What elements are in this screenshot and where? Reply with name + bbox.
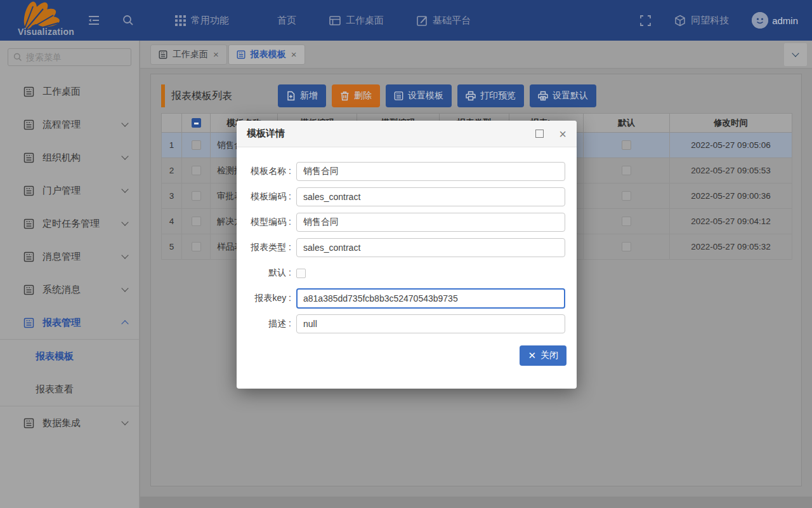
- document-icon: [23, 218, 34, 229]
- tab-overflow-button[interactable]: [784, 43, 807, 66]
- sidebar-item-system-messages[interactable]: 系统消息: [0, 273, 139, 306]
- field-label: 报表类型 :: [237, 242, 291, 253]
- default-checkbox[interactable]: [622, 242, 631, 251]
- close-icon[interactable]: ×: [559, 128, 566, 140]
- collapse-menu-icon[interactable]: [81, 0, 107, 41]
- row-checkbox[interactable]: [192, 217, 201, 226]
- chevron-down-icon: [121, 152, 128, 159]
- modal-title: 模板详情: [247, 128, 535, 140]
- sidebar-item-label: 门户管理: [43, 185, 122, 197]
- tab-report-template[interactable]: 报表模板 ×: [228, 44, 305, 65]
- printer-settings-icon: [538, 91, 548, 101]
- row-number: 1: [162, 133, 182, 158]
- default-checkbox[interactable]: [622, 217, 631, 226]
- toolbar: 报表模板列表 新增 删除 设置模板: [161, 84, 791, 107]
- model-code-field[interactable]: [296, 213, 565, 232]
- logo-text: Visualization: [18, 27, 74, 37]
- document-icon: [237, 50, 246, 59]
- sidebar-item-process-mgmt[interactable]: 流程管理: [0, 108, 139, 141]
- close-x-icon: ✕: [528, 350, 536, 361]
- default-checkbox[interactable]: [622, 140, 631, 150]
- delete-button[interactable]: 删除: [332, 84, 380, 107]
- maximize-icon[interactable]: [535, 130, 544, 138]
- modal-header: 模板详情 ×: [237, 121, 577, 147]
- sidebar-item-data-integration[interactable]: 数据集成: [0, 406, 139, 439]
- sidebar-search[interactable]: [8, 48, 131, 66]
- field-label: 模板编码 :: [237, 191, 291, 203]
- search-icon[interactable]: [115, 0, 141, 41]
- edit-square-icon: [417, 15, 428, 26]
- document-icon: [23, 284, 34, 295]
- sidebar: 工作桌面 流程管理 组织机构 门户管理 定时任务管理 消息管理: [0, 41, 140, 508]
- chevron-down-icon: [121, 418, 128, 425]
- sidebar-subitem-label: 报表查看: [36, 384, 74, 396]
- template-code-field[interactable]: [296, 187, 565, 206]
- nav-item-common-functions[interactable]: 常用功能: [159, 0, 246, 41]
- nav-item-work-desktop[interactable]: 工作桌面: [313, 0, 400, 41]
- sidebar-item-message-mgmt[interactable]: 消息管理: [0, 240, 139, 273]
- modified-time-cell: 2022-05-27 09:05:53: [670, 158, 792, 184]
- column-header[interactable]: 默认: [584, 114, 670, 133]
- close-icon[interactable]: ×: [291, 49, 297, 60]
- chevron-down-icon: [121, 185, 128, 192]
- username: admin: [772, 15, 798, 26]
- document-icon: [159, 50, 167, 59]
- default-checkbox[interactable]: [296, 269, 306, 278]
- template-detail-modal: 模板详情 × 模板名称 : 模板编码 : 模型编码 : 报表类型 : 默认 : …: [237, 121, 577, 389]
- default-checkbox[interactable]: [622, 166, 631, 175]
- description-field[interactable]: [296, 314, 565, 333]
- fullscreen-icon[interactable]: [632, 0, 658, 41]
- sidebar-item-work-desktop[interactable]: 工作桌面: [0, 75, 139, 108]
- sidebar-item-scheduled-tasks[interactable]: 定时任务管理: [0, 207, 139, 240]
- select-all-header: [182, 114, 211, 133]
- row-checkbox[interactable]: [192, 140, 201, 150]
- sidebar-item-portal-mgmt[interactable]: 门户管理: [0, 174, 139, 207]
- file-add-icon: [286, 91, 296, 101]
- sidebar-subitem-report-view[interactable]: 报表查看: [0, 373, 139, 406]
- sidebar-item-label: 消息管理: [43, 251, 122, 263]
- chevron-down-icon: [121, 119, 128, 126]
- search-input[interactable]: [26, 52, 121, 62]
- avatar: [752, 12, 768, 29]
- row-checkbox[interactable]: [192, 242, 201, 251]
- field-label: 报表key :: [237, 293, 291, 304]
- set-template-button[interactable]: 设置模板: [386, 84, 452, 107]
- company-menu[interactable]: 同望科技: [660, 15, 743, 27]
- modal-body: 模板名称 : 模板编码 : 模型编码 : 报表类型 : 默认 : 报表key :…: [237, 147, 577, 366]
- sidebar-item-label: 流程管理: [43, 119, 122, 131]
- user-menu[interactable]: admin: [745, 12, 804, 29]
- nav-item-base-platform[interactable]: 基础平台: [400, 0, 487, 41]
- modal-footer: ✕ 关闭: [237, 337, 577, 366]
- company-name: 同望科技: [691, 15, 729, 27]
- document-icon: [23, 185, 34, 196]
- report-type-field[interactable]: [296, 238, 565, 257]
- nav-item-label: 工作桌面: [346, 15, 384, 27]
- chevron-down-icon: [121, 284, 128, 291]
- modified-time-cell: 2022-05-27 09:05:32: [670, 234, 792, 260]
- row-checkbox[interactable]: [192, 191, 201, 201]
- set-default-button[interactable]: 设置默认: [530, 84, 596, 107]
- print-preview-button[interactable]: 打印预览: [457, 84, 524, 107]
- row-number-header: [162, 114, 182, 133]
- modified-time-cell: 2022-05-27 09:05:06: [670, 133, 792, 158]
- search-icon: [13, 53, 22, 62]
- close-icon[interactable]: ×: [213, 49, 219, 60]
- sidebar-item-org-structure[interactable]: 组织机构: [0, 141, 139, 174]
- row-checkbox[interactable]: [192, 166, 201, 175]
- add-button[interactable]: 新增: [278, 84, 326, 107]
- close-button[interactable]: ✕ 关闭: [520, 345, 566, 366]
- report-key-field[interactable]: [296, 288, 565, 309]
- column-header[interactable]: 修改时间: [670, 114, 792, 133]
- default-checkbox[interactable]: [622, 191, 631, 201]
- button-label: 打印预览: [480, 90, 516, 102]
- sidebar-subitem-report-template[interactable]: 报表模板: [0, 340, 139, 373]
- grid-icon: [175, 15, 186, 26]
- document-icon: [23, 318, 34, 328]
- nav-item-home[interactable]: 首页: [261, 0, 313, 41]
- chevron-down-icon: [121, 218, 128, 225]
- sidebar-item-label: 定时任务管理: [43, 218, 122, 230]
- tab-work-desktop[interactable]: 工作桌面 ×: [150, 44, 227, 65]
- sidebar-item-report-mgmt[interactable]: 报表管理: [0, 306, 139, 339]
- select-all-checkbox[interactable]: [192, 118, 201, 128]
- template-name-field[interactable]: [296, 162, 565, 181]
